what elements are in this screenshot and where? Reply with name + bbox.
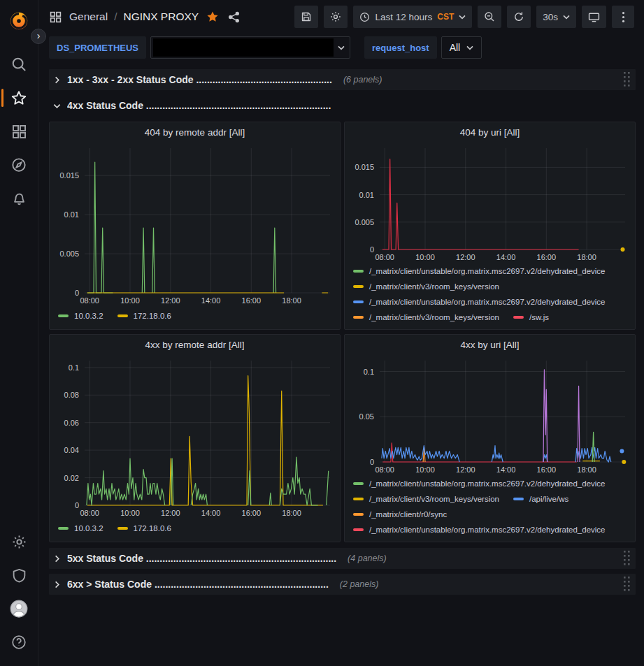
legend-swatch: [353, 498, 364, 500]
apps-breadcrumb-icon[interactable]: [48, 10, 63, 24]
svg-text:18:00: 18:00: [577, 465, 596, 474]
svg-text:0.005: 0.005: [355, 218, 374, 226]
kiosk-mode-button[interactable]: [582, 6, 606, 28]
sidebar-item-explore[interactable]: [0, 148, 38, 182]
chart-4xx-by-remote-addr[interactable]: 00.020.040.060.080.108:0010:0012:0014:00…: [54, 355, 336, 519]
legend-label: 10.0.3.2: [74, 521, 103, 536]
svg-text:0: 0: [75, 289, 79, 297]
legend-item[interactable]: 10.0.3.2: [58, 308, 103, 324]
favorite-star-icon[interactable]: [205, 9, 220, 24]
legend-item[interactable]: /_matrix/client/unstable/org.matrix.msc2…: [353, 294, 606, 310]
zoom-out-button[interactable]: [478, 6, 501, 28]
panel-legend: /_matrix/client/unstable/org.matrix.msc2…: [353, 263, 628, 325]
svg-text:18:00: 18:00: [282, 296, 301, 305]
sidebar-item-profile[interactable]: [0, 592, 38, 625]
svg-text:0.01: 0.01: [64, 210, 79, 219]
legend-label: /_matrix/client/v3/room_keys/version: [369, 279, 499, 294]
panel-legend: /_matrix/client/unstable/org.matrix.msc2…: [353, 476, 628, 537]
legend-item[interactable]: /_matrix/client/unstable/org.matrix.msc2…: [353, 263, 606, 279]
row-1xx-3xx-2xx-status[interactable]: 1xx - 3xx - 2xx Status Code ............…: [49, 69, 636, 90]
legend-swatch: [58, 314, 69, 317]
legend-item[interactable]: /_matrix/client/r0/sync: [353, 507, 447, 522]
drag-handle[interactable]: [623, 550, 632, 567]
svg-text:12:00: 12:00: [161, 296, 180, 305]
panel-title[interactable]: 4xx by uri [All]: [345, 335, 635, 355]
row-5xx-status[interactable]: 5xx Status Code ........................…: [49, 548, 636, 569]
legend-item[interactable]: /_matrix/client/v3/room_keys/version: [353, 279, 499, 294]
legend-item[interactable]: /_matrix/client/v3/room_keys/version: [353, 491, 499, 507]
drag-handle[interactable]: [623, 71, 632, 88]
chart-4xx-by-uri[interactable]: 00.050.108:0010:0012:0014:0016:0018:00: [349, 355, 631, 476]
panel-legend: 10.0.3.2172.18.0.6: [58, 519, 333, 537]
svg-text:10:00: 10:00: [415, 465, 435, 474]
row-6xx-status[interactable]: 6xx > Status Code ......................…: [49, 574, 636, 595]
legend-item[interactable]: /_matrix/client/v3/room_keys/version: [353, 310, 499, 325]
legend-swatch: [353, 528, 364, 531]
legend-label: /sw.js: [529, 310, 549, 325]
sidebar-expand-button[interactable]: ›: [31, 29, 46, 44]
row-title: 5xx Status Code ........................…: [67, 553, 336, 564]
svg-text:14:00: 14:00: [496, 253, 516, 261]
dashboard-body: 1xx - 3xx - 2xx Status Code ............…: [38, 66, 644, 666]
variable-select-ds-prometheus[interactable]: [150, 36, 350, 59]
save-dashboard-button[interactable]: [294, 6, 318, 28]
breadcrumb-section[interactable]: General: [69, 10, 108, 23]
svg-text:0.04: 0.04: [64, 446, 79, 454]
sidebar-item-configuration[interactable]: [0, 525, 38, 558]
refresh-button[interactable]: [507, 6, 531, 28]
sidebar-item-alerting[interactable]: [0, 182, 38, 215]
variable-select-request-host[interactable]: All: [441, 36, 482, 59]
panel-title[interactable]: 4xx by remote addr [All]: [50, 335, 340, 355]
svg-text:0.1: 0.1: [69, 363, 79, 372]
chevron-down-icon: [459, 15, 466, 20]
panel-title[interactable]: 404 by uri [All]: [345, 122, 635, 143]
chart-404-by-remote-addr[interactable]: 00.0050.010.01508:0010:0012:0014:0016:00…: [54, 143, 336, 307]
panel-404-by-uri: 404 by uri [All] 00.0050.010.01508:0010:…: [344, 122, 636, 330]
refresh-interval-dropdown[interactable]: 30s: [536, 6, 576, 28]
svg-text:0: 0: [370, 245, 374, 254]
legend-item[interactable]: 10.0.3.2: [58, 521, 103, 536]
time-range-picker[interactable]: Last 12 hours CST: [353, 6, 472, 28]
sidebar-item-server-admin[interactable]: [0, 558, 38, 592]
sidebar-item-starred[interactable]: [0, 81, 38, 115]
dashboard-topbar: General / NGINX PROXY: [38, 0, 644, 34]
legend-item[interactable]: 172.18.0.6: [117, 521, 171, 536]
legend-item[interactable]: /_matrix/client/unstable/org.matrix.msc2…: [353, 522, 606, 537]
legend-swatch: [58, 527, 69, 530]
sidebar-item-dashboards[interactable]: [0, 115, 38, 148]
legend-item[interactable]: 172.18.0.6: [117, 308, 171, 324]
chevron-down-icon: [563, 15, 570, 20]
dashboard-settings-button[interactable]: [324, 6, 348, 28]
dashboard-variables-row: DS_PROMETHEUS request_host All: [38, 34, 644, 66]
redacted-variable-value: [153, 38, 334, 57]
chevron-right-icon: [52, 580, 62, 589]
drag-handle[interactable]: [623, 576, 632, 593]
chevron-down-icon: [338, 45, 345, 50]
sidebar-item-help[interactable]: [0, 625, 38, 659]
row-4xx-status[interactable]: 4xx Status Code ........................…: [49, 95, 636, 116]
chevron-down-icon: [52, 101, 62, 110]
legend-swatch: [353, 482, 364, 485]
legend-item[interactable]: /_matrix/client/unstable/org.matrix.msc2…: [353, 476, 606, 491]
svg-text:16:00: 16:00: [242, 509, 262, 517]
row-panel-count: (4 panels): [348, 553, 387, 563]
time-range-label: Last 12 hours: [375, 12, 432, 22]
panels-grid: 404 by remote addr [All] 00.0050.010.015…: [49, 122, 636, 542]
legend-swatch: [117, 314, 128, 317]
svg-text:16:00: 16:00: [537, 253, 557, 261]
chart-404-by-uri[interactable]: 00.0050.010.01508:0010:0012:0014:0016:00…: [349, 143, 631, 263]
more-options-button[interactable]: [612, 6, 634, 28]
row-title: 4xx Status Code ........................…: [67, 100, 331, 111]
chevron-right-icon: [52, 554, 62, 563]
legend-item[interactable]: /sw.js: [513, 310, 549, 325]
row-panel-count: (2 panels): [340, 579, 379, 589]
panel-title[interactable]: 404 by remote addr [All]: [50, 122, 340, 143]
timezone-label: CST: [437, 12, 454, 22]
sidebar-item-search[interactable]: [0, 48, 38, 81]
main-area: General / NGINX PROXY: [38, 0, 644, 666]
legend-swatch: [353, 513, 364, 516]
legend-swatch: [513, 498, 524, 500]
svg-text:0: 0: [75, 501, 79, 509]
legend-item[interactable]: /api/live/ws: [513, 491, 568, 507]
share-icon[interactable]: [227, 10, 241, 24]
